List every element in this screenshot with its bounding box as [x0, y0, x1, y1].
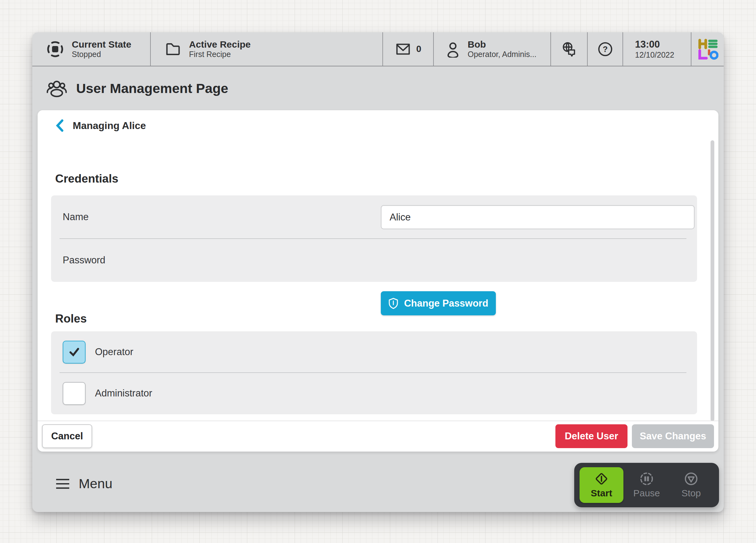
change-password-button[interactable]: Change Password: [381, 291, 496, 315]
role-row: Administrator: [51, 373, 697, 414]
user-detail-card: Managing Alice Credentials Name Password: [38, 110, 718, 452]
administrator-label: Administrator: [95, 388, 152, 399]
footer-bar: Menu Start Pause: [32, 452, 724, 512]
breadcrumb-label: Managing Alice: [73, 120, 146, 132]
name-row: Name: [51, 196, 697, 239]
start-diamond-icon: [594, 472, 609, 486]
messages-count: 0: [416, 44, 421, 54]
user-roles: Operator, Adminis...: [468, 50, 537, 59]
menu-button[interactable]: Menu: [55, 476, 113, 491]
operator-checkbox[interactable]: [63, 341, 86, 363]
pause-label: Pause: [633, 488, 660, 499]
active-recipe-label: Active Recipe: [189, 39, 251, 50]
brand-logo: [691, 32, 724, 66]
credentials-panel: Name Password Change Password: [51, 196, 697, 282]
hamburger-icon: [55, 478, 70, 490]
help-icon: ?: [597, 41, 613, 57]
role-row: Operator: [51, 331, 697, 373]
language-button[interactable]: [551, 32, 588, 66]
current-user-button[interactable]: Bob Operator, Adminis...: [434, 32, 551, 66]
clock-date: 12/10/2022: [635, 50, 674, 60]
user-name: Bob: [468, 39, 537, 50]
stopped-state-icon: [46, 40, 64, 58]
language-icon: [561, 41, 578, 58]
active-recipe-indicator: Active Recipe First Recipe: [151, 32, 383, 66]
pause-icon: [639, 472, 654, 486]
current-state-indicator: Current State Stopped: [32, 32, 151, 66]
roles-panel: Operator Administrator: [51, 331, 697, 414]
password-label: Password: [63, 255, 105, 266]
datetime-display: 13:00 12/10/2022: [623, 32, 691, 66]
roles-heading: Roles: [55, 312, 87, 325]
vertical-scrollbar[interactable]: [711, 140, 714, 421]
screen: Current State Stopped Active Recipe Firs…: [0, 0, 756, 543]
checkmark-icon: [68, 346, 81, 358]
user-icon: [444, 41, 461, 58]
helio-logo-icon: [697, 39, 718, 60]
messages-button[interactable]: 0: [383, 32, 434, 66]
svg-text:?: ?: [603, 44, 608, 54]
machine-control-panel: Start Pause Stop: [574, 463, 719, 507]
active-recipe-value: First Recipe: [189, 50, 251, 59]
cancel-button[interactable]: Cancel: [42, 424, 92, 448]
operator-label: Operator: [95, 346, 133, 358]
back-button[interactable]: Managing Alice: [55, 118, 146, 133]
action-bar: Cancel Delete User Save Changes: [38, 420, 718, 452]
save-changes-button[interactable]: Save Changes: [632, 424, 714, 448]
menu-label: Menu: [79, 476, 113, 491]
password-row: Password Change Password: [51, 239, 697, 282]
name-label: Name: [63, 212, 89, 223]
pause-button[interactable]: Pause: [625, 467, 669, 503]
administrator-checkbox[interactable]: [63, 382, 86, 405]
chevron-left-icon: [55, 119, 65, 132]
users-group-icon: [47, 78, 67, 98]
mail-icon: [395, 41, 411, 57]
stop-button[interactable]: Stop: [669, 467, 713, 503]
page-header: User Management Page: [32, 66, 724, 110]
delete-user-button[interactable]: Delete User: [555, 424, 627, 448]
app-window: Current State Stopped Active Recipe Firs…: [32, 32, 724, 512]
shield-icon: [388, 298, 398, 309]
top-status-bar: Current State Stopped Active Recipe Firs…: [32, 32, 724, 66]
credentials-heading: Credentials: [55, 172, 118, 185]
clock-time: 13:00: [635, 39, 660, 50]
stop-icon: [684, 472, 698, 486]
help-button[interactable]: ?: [588, 32, 623, 66]
current-state-label: Current State: [72, 39, 131, 50]
change-password-label: Change Password: [404, 298, 488, 309]
current-state-value: Stopped: [72, 50, 131, 59]
start-button[interactable]: Start: [580, 467, 623, 503]
folder-icon: [165, 41, 181, 58]
name-input[interactable]: [381, 205, 695, 229]
stop-label: Stop: [681, 488, 701, 499]
start-label: Start: [591, 488, 612, 499]
page-title: User Management Page: [76, 81, 228, 96]
